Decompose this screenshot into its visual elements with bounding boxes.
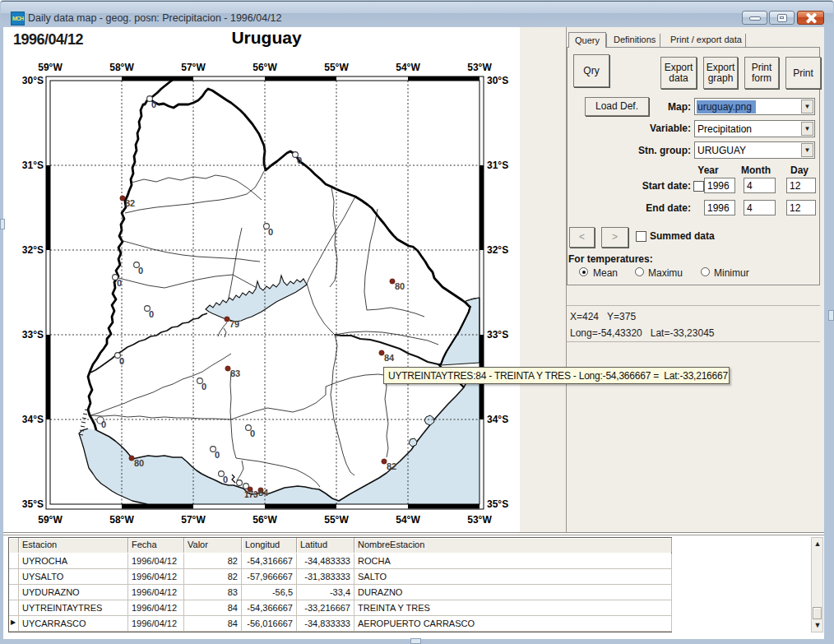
svg-text:0: 0 — [215, 450, 220, 460]
svg-text:55°W: 55°W — [324, 62, 349, 73]
svg-text:0: 0 — [268, 227, 273, 237]
svg-text:0: 0 — [202, 382, 206, 391]
svg-text:1996/04/12: 1996/04/12 — [13, 31, 84, 48]
svg-text:32°S: 32°S — [22, 244, 44, 256]
svg-text:0: 0 — [250, 429, 255, 438]
svg-text:84: 84 — [384, 353, 395, 363]
svg-text:57°W: 57°W — [181, 514, 206, 526]
svg-text:53°W: 53°W — [467, 62, 492, 73]
svg-text:0: 0 — [138, 266, 143, 276]
svg-text:0: 0 — [149, 309, 154, 319]
svg-text:56°W: 56°W — [253, 514, 277, 526]
svg-text:0: 0 — [223, 475, 228, 484]
svg-text:59°W: 59°W — [38, 62, 63, 73]
svg-text:Uruguay: Uruguay — [231, 28, 302, 47]
svg-text:34°S: 34°S — [487, 414, 508, 425]
svg-text:82: 82 — [387, 461, 396, 471]
svg-text:80: 80 — [395, 281, 405, 291]
svg-text:57°W: 57°W — [181, 62, 206, 73]
svg-text:31°S: 31°S — [487, 160, 508, 171]
svg-text:80: 80 — [134, 458, 144, 468]
svg-text:54°W: 54°W — [396, 514, 420, 526]
svg-text:58°W: 58°W — [109, 62, 134, 73]
svg-text:83: 83 — [230, 368, 240, 378]
svg-text:55°W: 55°W — [324, 514, 349, 526]
svg-text:32°S: 32°S — [487, 244, 508, 256]
svg-text:35°S: 35°S — [22, 498, 44, 510]
svg-text:0: 0 — [117, 278, 122, 288]
svg-text:0: 0 — [119, 356, 124, 366]
svg-text:31°S: 31°S — [22, 160, 44, 171]
svg-text:33°S: 33°S — [487, 329, 508, 341]
svg-text:33°S: 33°S — [22, 329, 44, 341]
svg-text:82: 82 — [125, 198, 135, 208]
svg-text:58°W: 58°W — [109, 514, 134, 526]
svg-text:30°S: 30°S — [22, 75, 44, 86]
svg-text:53°W: 53°W — [467, 514, 492, 526]
svg-text:173: 173 — [244, 490, 258, 499]
svg-text:59°W: 59°W — [38, 514, 63, 526]
svg-text:56°W: 56°W — [253, 62, 277, 73]
svg-text:0: 0 — [101, 419, 106, 429]
svg-text:84: 84 — [258, 488, 269, 498]
svg-text:0: 0 — [151, 100, 156, 109]
svg-text:30°S: 30°S — [487, 75, 508, 86]
svg-text:35°S: 35°S — [487, 498, 508, 510]
svg-text:54°W: 54°W — [396, 62, 420, 73]
svg-text:34°S: 34°S — [22, 414, 44, 425]
svg-text:0: 0 — [297, 155, 302, 165]
svg-text:79: 79 — [229, 319, 239, 329]
